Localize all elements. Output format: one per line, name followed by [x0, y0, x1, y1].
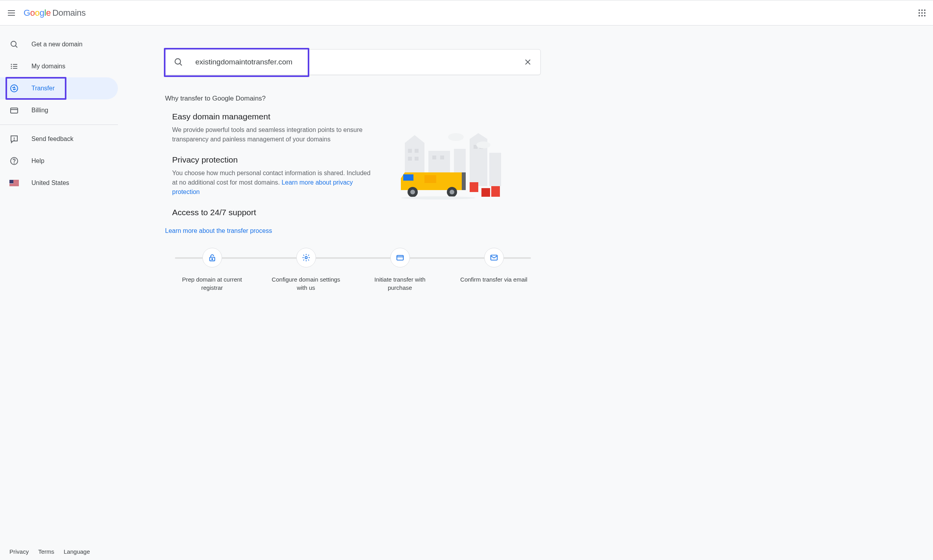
step-prep-domain: Prep domain at current registrar: [165, 248, 259, 292]
step-label: Configure domain settings with us: [269, 275, 343, 292]
svg-marker-20: [405, 135, 424, 143]
sidebar-item-label: Send feedback: [31, 135, 73, 143]
svg-rect-46: [470, 182, 478, 192]
benefit-title: Easy domain management: [172, 112, 377, 121]
sidebar-item-transfer[interactable]: Transfer: [0, 77, 118, 99]
step-label: Confirm transfer via email: [457, 275, 531, 284]
email-icon: [490, 253, 498, 262]
svg-point-45: [450, 190, 454, 194]
clear-icon[interactable]: [523, 57, 533, 67]
moving-truck-illustration: [401, 127, 503, 206]
transfer-icon: [9, 84, 19, 93]
privacy-link[interactable]: Privacy: [9, 548, 29, 555]
benefit-text: We provide powerful tools and seamless i…: [172, 125, 377, 144]
step-initiate: Initiate transfer with purchase: [353, 248, 447, 292]
svg-rect-29: [415, 157, 419, 161]
sidebar-item-label: Help: [31, 157, 44, 165]
svg-point-34: [448, 133, 464, 141]
svg-rect-31: [440, 156, 444, 159]
language-link[interactable]: Language: [64, 548, 90, 555]
list-icon: [9, 62, 19, 71]
svg-rect-39: [403, 174, 413, 181]
sidebar-item-get-new-domain[interactable]: Get a new domain: [0, 33, 118, 55]
lock-open-icon: [208, 253, 217, 262]
sidebar-footer-links: Privacy Terms Language: [9, 548, 90, 555]
search-icon: [173, 57, 184, 67]
svg-rect-3: [13, 64, 17, 65]
sidebar-item-help[interactable]: Help: [0, 150, 118, 172]
credit-card-icon: [9, 106, 19, 115]
svg-rect-41: [424, 175, 436, 183]
svg-rect-9: [11, 108, 18, 113]
svg-point-52: [305, 256, 307, 259]
domain-search-box: [165, 49, 541, 75]
logo-product-name: Domains: [52, 8, 86, 18]
benefit-easy-management: Easy domain management We provide powerf…: [172, 112, 377, 144]
svg-point-8: [11, 85, 18, 92]
sidebar: Get a new domain My domains Transfer Bil…: [0, 26, 118, 560]
step-configure: Configure domain settings with us: [259, 248, 353, 292]
us-flag-icon: [9, 178, 19, 188]
sidebar-item-label: Transfer: [31, 85, 55, 92]
svg-rect-28: [408, 157, 412, 161]
svg-rect-53: [397, 256, 403, 260]
benefit-support: Access to 24/7 support: [172, 208, 377, 217]
svg-rect-48: [491, 186, 500, 197]
help-icon: [9, 156, 19, 166]
svg-point-14: [14, 163, 15, 163]
svg-marker-24: [470, 133, 487, 139]
svg-point-43: [410, 190, 415, 194]
svg-line-1: [15, 46, 17, 48]
sidebar-item-label: United States: [31, 179, 69, 187]
svg-point-0: [11, 41, 16, 46]
transfer-steps: Prep domain at current registrar Configu…: [165, 244, 541, 292]
svg-point-35: [476, 141, 490, 148]
svg-rect-25: [489, 153, 501, 186]
svg-rect-47: [481, 188, 490, 197]
svg-point-49: [401, 196, 476, 199]
sidebar-item-my-domains[interactable]: My domains: [0, 55, 118, 77]
sidebar-item-country[interactable]: United States: [0, 172, 118, 194]
gear-icon: [302, 253, 310, 262]
step-label: Initiate transfer with purchase: [363, 275, 437, 292]
hamburger-menu-icon[interactable]: [8, 8, 17, 18]
why-transfer-heading: Why transfer to Google Domains?: [165, 95, 541, 102]
google-domains-logo[interactable]: Google Domains: [24, 8, 86, 18]
step-label: Prep domain at current registrar: [175, 275, 250, 292]
benefit-privacy: Privacy protection You choose how much p…: [172, 155, 377, 197]
svg-rect-27: [415, 149, 419, 153]
svg-rect-30: [432, 156, 436, 159]
sidebar-item-label: My domains: [31, 63, 65, 70]
benefit-title: Access to 24/7 support: [172, 208, 377, 217]
sidebar-item-billing[interactable]: Billing: [0, 99, 118, 121]
sidebar-item-label: Billing: [31, 107, 48, 114]
credit-card-icon: [396, 253, 404, 262]
learn-transfer-process-link[interactable]: Learn more about the transfer process: [165, 227, 541, 234]
svg-line-16: [180, 63, 182, 65]
feedback-icon: [9, 134, 19, 144]
benefit-text: You choose how much personal contact inf…: [172, 168, 377, 197]
svg-rect-26: [408, 149, 412, 153]
svg-rect-5: [13, 66, 17, 67]
step-confirm: Confirm transfer via email: [447, 248, 541, 284]
svg-rect-7: [13, 68, 17, 69]
sidebar-item-send-feedback[interactable]: Send feedback: [0, 128, 118, 150]
main-content: Why transfer to Google Domains? Easy dom…: [118, 26, 550, 560]
svg-point-2: [11, 64, 12, 65]
svg-point-51: [211, 258, 213, 260]
benefit-title: Privacy protection: [172, 155, 377, 165]
domain-search-input[interactable]: [195, 58, 523, 66]
svg-point-4: [11, 66, 12, 67]
svg-point-6: [11, 68, 12, 69]
svg-rect-40: [462, 172, 466, 190]
sidebar-divider: [0, 124, 118, 125]
terms-link[interactable]: Terms: [38, 548, 54, 555]
svg-point-15: [175, 59, 180, 64]
sidebar-item-label: Get a new domain: [31, 41, 83, 48]
svg-point-12: [14, 140, 15, 140]
google-apps-icon[interactable]: [917, 8, 927, 18]
search-icon: [9, 40, 19, 49]
app-header: Google Domains: [0, 0, 933, 26]
